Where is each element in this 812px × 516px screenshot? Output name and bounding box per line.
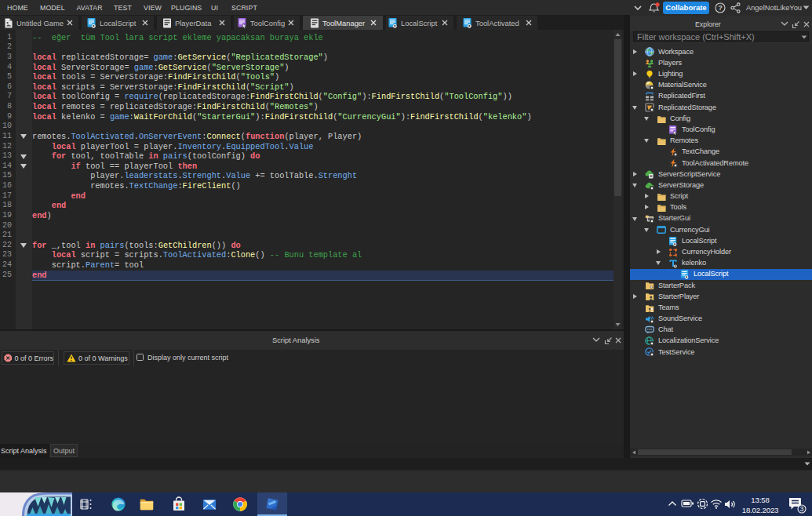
svg-text:?: ? [718,4,722,12]
svg-text:3: 3 [799,505,803,513]
